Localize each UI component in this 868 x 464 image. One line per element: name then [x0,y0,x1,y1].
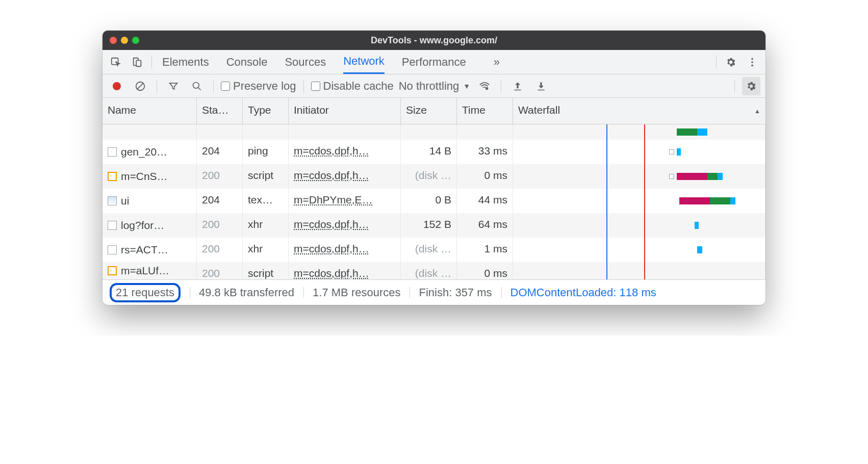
cell-initiator[interactable]: m=cdos,dpf,h… [289,213,401,238]
cell-time: 0 ms [457,262,513,279]
inspect-icon[interactable] [107,53,125,71]
waterfall-cell [513,213,765,238]
network-conditions-icon[interactable] [475,77,494,95]
settings-icon[interactable] [722,53,740,71]
table-row[interactable]: gen_20… 204 ping m=cdos,dpf,h… 14 B 33 m… [103,140,765,164]
titlebar: DevTools - www.google.com/ [103,31,765,50]
separator [716,56,717,69]
table-row[interactable] [103,124,765,140]
col-waterfall[interactable]: Waterfall ▲ [513,98,765,124]
close-icon[interactable] [110,37,117,44]
record-button[interactable] [108,77,126,95]
file-icon [108,245,117,254]
separator [303,80,304,93]
disable-cache-input[interactable] [311,82,320,91]
separator [157,80,157,93]
table-header: Name Sta… Type Initiator Size Time Water… [103,98,765,124]
sort-asc-icon: ▲ [754,108,760,115]
separator [213,80,214,93]
col-size[interactable]: Size [401,98,457,124]
network-toolbar: Preserve log Disable cache No throttling… [103,74,765,98]
cell-status: 200 [197,213,243,238]
cell-initiator[interactable]: m=cdos,dpf,h… [289,140,401,164]
col-status[interactable]: Sta… [197,98,243,124]
table-row[interactable]: rs=ACT… 200 xhr m=cdos,dpf,h… (disk … 1 … [103,238,765,262]
cell-initiator[interactable]: m=cdos,dpf,h… [289,238,401,262]
more-tabs-icon[interactable]: » [494,56,500,69]
status-domcontentloaded: DOMContentLoaded: 118 ms [501,286,666,299]
cell-name: log?for… [103,213,197,238]
cell-name: ui [103,189,197,213]
cell-type: xhr [243,213,289,238]
filter-icon[interactable] [164,77,183,95]
cell-initiator[interactable]: m=cdos,dpf,h… [289,164,401,189]
separator [501,80,501,93]
device-toggle-icon[interactable] [128,53,146,71]
cell-status: 200 [197,262,243,279]
window-controls [110,37,139,44]
preserve-log-label: Preserve log [233,80,296,93]
minimize-icon[interactable] [121,37,128,44]
preserve-log-input[interactable] [221,82,230,91]
devtools-window: DevTools - www.google.com/ Elements Cons… [103,31,765,305]
col-time[interactable]: Time [457,98,513,124]
table-row[interactable]: m=CnS… 200 script m=cdos,dpf,h… (disk … … [103,164,765,189]
upload-har-icon[interactable] [508,77,527,95]
cell-size: 152 B [401,213,457,238]
status-finish: Finish: 357 ms [410,286,501,299]
cell-status: 204 [197,189,243,213]
cell-size: (disk … [401,238,457,262]
cell-initiator[interactable]: m=DhPYme,E… [289,189,401,213]
panel-tabs: Elements Console Sources Network Perform… [162,50,500,74]
network-settings-icon[interactable] [742,77,760,95]
requests-highlight: 21 requests [110,283,181,302]
status-requests: 21 requests [110,283,190,302]
tab-performance[interactable]: Performance [402,50,466,74]
tab-console[interactable]: Console [226,50,268,74]
svg-line-9 [198,87,201,90]
table-row[interactable]: ui 204 tex… m=DhPYme,E… 0 B 44 ms [103,189,765,213]
zoom-icon[interactable] [132,37,139,44]
separator [734,80,735,93]
svg-point-10 [486,87,489,90]
tab-elements[interactable]: Elements [162,50,209,74]
col-name[interactable]: Name [103,98,197,124]
kebab-menu-icon[interactable] [743,53,761,71]
svg-point-8 [193,82,199,88]
cell-name: m=CnS… [103,164,197,189]
cell-type: xhr [243,238,289,262]
tab-sources[interactable]: Sources [285,50,326,74]
cell-size: (disk … [401,164,457,189]
tab-network[interactable]: Network [343,50,385,74]
cell-status: 200 [197,164,243,189]
cell-time: 44 ms [457,189,513,213]
separator [151,56,152,69]
main-tabbar: Elements Console Sources Network Perform… [103,50,765,74]
table-row[interactable]: m=aLUf… 200 script m=cdos,dpf,h… (disk …… [103,262,765,279]
cell-time: 33 ms [457,140,513,164]
col-type[interactable]: Type [243,98,289,124]
disable-cache-checkbox[interactable]: Disable cache [311,80,394,93]
download-har-icon[interactable] [532,77,550,95]
cell-status: 200 [197,238,243,262]
waterfall-cell [513,124,765,140]
clear-icon[interactable] [131,77,149,95]
waterfall-cell [513,238,765,262]
svg-point-3 [751,58,753,60]
cell-type: ping [243,140,289,164]
window-title: DevTools - www.google.com/ [103,35,765,46]
cell-initiator[interactable]: m=cdos,dpf,h… [289,262,401,279]
col-initiator[interactable]: Initiator [289,98,401,124]
file-icon [108,221,117,230]
request-table: gen_20… 204 ping m=cdos,dpf,h… 14 B 33 m… [103,124,765,279]
table-row[interactable]: log?for… 200 xhr m=cdos,dpf,h… 152 B 64 … [103,213,765,238]
file-icon [108,147,117,157]
throttling-select[interactable]: No throttling ▼ [399,80,470,93]
cell-name: m=aLUf… [103,262,197,279]
svg-point-4 [751,61,753,63]
status-resources: 1.7 MB resources [303,286,410,299]
search-icon[interactable] [188,77,206,95]
cell-type: script [243,164,289,189]
preserve-log-checkbox[interactable]: Preserve log [221,80,296,93]
waterfall-cell [513,164,765,189]
